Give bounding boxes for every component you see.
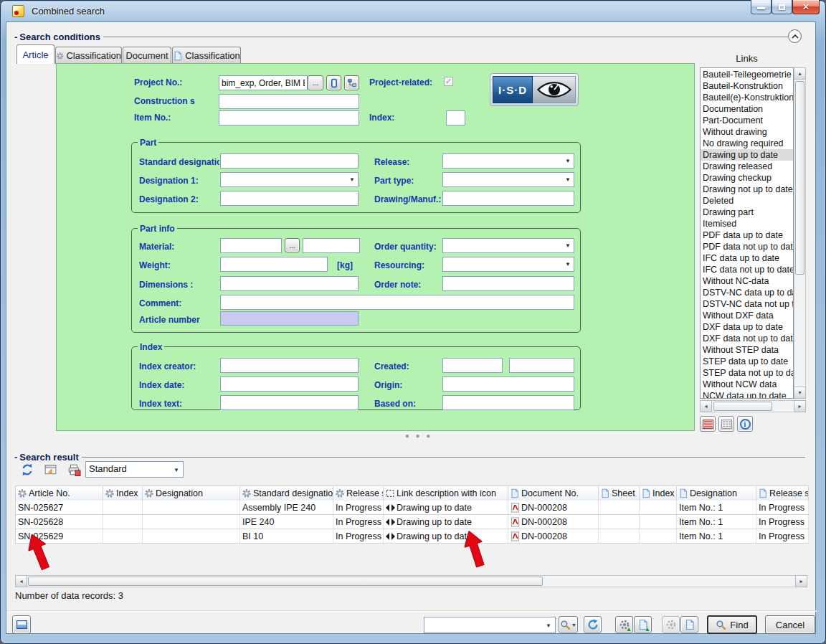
link-item[interactable]: PDF data not up to date <box>701 241 793 252</box>
document-settings-button[interactable]: ▲ <box>634 616 652 633</box>
link-item[interactable]: DXF data not up to date <box>701 333 793 344</box>
hscroll-thumb[interactable] <box>28 577 543 586</box>
link-item[interactable]: Drawing checkup <box>701 172 793 184</box>
resourcing-select[interactable]: ▼ <box>442 257 574 272</box>
comment-input[interactable] <box>220 295 574 310</box>
link-item[interactable]: Bauteil(e)-Konstruktion <box>701 92 793 103</box>
link-details-red-button[interactable] <box>700 416 716 432</box>
project-browse-button[interactable]: ... <box>308 75 323 90</box>
scroll-down-button[interactable]: ▾ <box>794 387 806 399</box>
result-view-select[interactable]: Standard ▼ <box>85 461 184 478</box>
column-header[interactable]: Document No. <box>508 486 599 501</box>
origin-input[interactable] <box>442 377 574 392</box>
link-item[interactable]: Deleted <box>701 195 793 207</box>
scroll-up-button[interactable]: ▴ <box>794 67 806 80</box>
document-search-button[interactable] <box>680 616 698 633</box>
link-item[interactable]: Drawing part <box>701 207 793 218</box>
link-item[interactable]: DSTV-NC data up to date <box>701 287 793 298</box>
material-input-2[interactable] <box>303 238 360 253</box>
tab-classification-document[interactable]: Classification <box>172 47 241 64</box>
link-details-button[interactable] <box>718 416 734 432</box>
weight-input[interactable] <box>220 257 328 272</box>
standard-designation-input[interactable] <box>220 153 359 169</box>
minimize-button[interactable]: ▬ <box>751 0 772 14</box>
collapse-search-conditions-button[interactable] <box>788 29 802 43</box>
drawing-manuf-input[interactable] <box>442 191 574 206</box>
column-header[interactable]: Standard designation <box>240 486 333 501</box>
article-number-input[interactable] <box>220 311 359 326</box>
title-bar[interactable]: Combined search ▬ ✕ <box>0 0 826 22</box>
vscroll-thumb[interactable] <box>795 81 804 275</box>
designation1-select[interactable]: ▼ <box>220 172 359 187</box>
link-item[interactable]: Without NC-data <box>701 275 793 287</box>
link-item[interactable]: STEP data not up to date <box>701 367 793 379</box>
created-input-2[interactable] <box>509 358 574 373</box>
link-item[interactable]: Bauteil-Teilegeometrie <box>701 69 793 80</box>
tab-article[interactable]: Article <box>16 44 54 64</box>
link-item[interactable]: Documentation <box>701 103 793 115</box>
part-settings-button[interactable]: ▲ <box>615 616 633 633</box>
construction-input[interactable] <box>219 94 359 109</box>
dimensions-input[interactable] <box>220 276 359 291</box>
scroll-right-button[interactable]: ▸ <box>795 575 807 587</box>
export-results-button[interactable] <box>42 462 59 478</box>
print-results-button[interactable] <box>65 462 82 478</box>
column-header[interactable]: Designation <box>677 486 756 501</box>
link-item[interactable]: IFC data not up to date <box>701 264 793 275</box>
based-on-input[interactable] <box>442 395 574 410</box>
link-item[interactable]: Without DXF data <box>701 310 793 321</box>
maximize-button[interactable] <box>772 0 792 14</box>
material-browse-button[interactable]: ... <box>285 238 300 252</box>
index-date-input[interactable] <box>220 377 359 392</box>
index-input[interactable] <box>446 110 465 126</box>
release-select[interactable]: ▼ <box>442 153 574 169</box>
link-item[interactable]: Drawing released <box>701 161 793 172</box>
item-no-input[interactable] <box>219 110 359 126</box>
index-creator-input[interactable] <box>220 358 359 373</box>
order-quantity-select[interactable]: ▼ <box>442 238 574 253</box>
part-search-button[interactable] <box>662 616 680 633</box>
cancel-button[interactable]: Cancel <box>765 615 815 634</box>
result-hscrollbar[interactable]: ◂ ▸ <box>15 575 807 587</box>
project-list-button[interactable] <box>326 75 341 90</box>
link-item[interactable]: Part-Document <box>701 115 793 126</box>
link-item[interactable]: NCW data up to date <box>701 390 793 399</box>
material-input-1[interactable] <box>220 238 282 253</box>
column-header[interactable]: Index <box>640 486 677 501</box>
link-info-button[interactable]: i <box>737 416 753 432</box>
column-header[interactable]: Sheet <box>599 486 640 501</box>
project-related-checkbox[interactable]: ✓ <box>444 77 453 86</box>
column-header[interactable]: Designation <box>143 486 240 501</box>
link-item[interactable]: No drawing required <box>701 138 793 149</box>
project-structure-button[interactable] <box>344 75 359 90</box>
hscroll-thumb[interactable] <box>713 402 772 411</box>
link-item[interactable]: Without drawing <box>701 126 793 138</box>
splitter-handle[interactable]: ● ● ● <box>394 432 444 440</box>
link-item[interactable]: Without STEP data <box>701 344 793 356</box>
link-item[interactable]: STEP data up to date <box>701 356 793 367</box>
links-hscrollbar[interactable]: ◂ ▸ <box>700 400 806 412</box>
order-note-input[interactable] <box>442 276 574 291</box>
scroll-right-button[interactable]: ▸ <box>794 400 806 412</box>
link-item[interactable]: Drawing not up to date <box>701 184 793 195</box>
column-header[interactable]: Release status <box>756 486 809 501</box>
column-header[interactable]: Index <box>103 486 143 501</box>
link-item[interactable]: DXF data up to date <box>701 321 793 333</box>
refresh-results-button[interactable] <box>19 462 36 478</box>
scroll-left-button[interactable]: ◂ <box>700 400 712 412</box>
tab-document[interactable]: Document <box>123 47 171 64</box>
close-button[interactable]: ✕ <box>792 0 820 14</box>
search-profile-select[interactable]: ▼ <box>424 617 556 633</box>
designation2-input[interactable] <box>220 191 359 206</box>
tab-classification-part[interactable]: Classification <box>55 47 122 64</box>
table-row[interactable]: SN-025627Assembly IPE 240In ProgressDraw… <box>16 501 809 515</box>
link-item[interactable]: Drawing up to date <box>701 149 793 161</box>
link-item[interactable]: DSTV-NC data not up to date <box>701 298 793 310</box>
part-type-select[interactable]: ▼ <box>442 172 574 187</box>
reload-button[interactable] <box>584 616 602 633</box>
column-header[interactable]: Release status <box>333 486 384 501</box>
scroll-left-button[interactable]: ◂ <box>15 575 27 587</box>
links-vscrollbar[interactable]: ▴ ▾ <box>794 67 806 399</box>
column-header[interactable]: Article No. <box>16 486 103 501</box>
link-item[interactable]: IFC data up to date <box>701 252 793 264</box>
